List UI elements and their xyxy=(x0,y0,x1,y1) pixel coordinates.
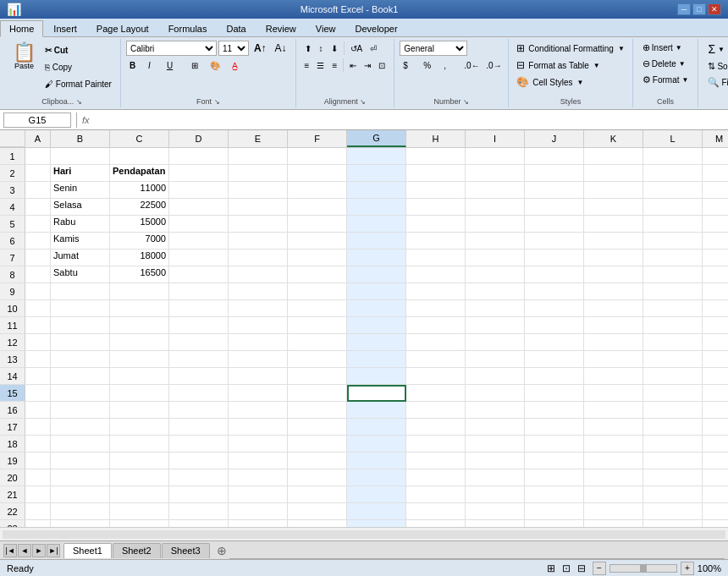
sheet-nav-prev[interactable]: ◄ xyxy=(18,544,31,557)
list-item[interactable] xyxy=(466,368,525,385)
list-item[interactable] xyxy=(347,266,406,283)
percent-button[interactable]: % xyxy=(420,58,438,73)
list-item[interactable] xyxy=(643,486,703,503)
list-item[interactable] xyxy=(525,503,584,520)
list-item[interactable] xyxy=(703,368,728,385)
list-item[interactable] xyxy=(347,402,406,419)
list-item[interactable] xyxy=(584,317,643,334)
list-item[interactable] xyxy=(25,385,51,402)
list-item[interactable] xyxy=(703,334,728,351)
list-item[interactable] xyxy=(406,334,466,351)
list-item[interactable] xyxy=(466,148,525,165)
list-item[interactable] xyxy=(288,385,347,402)
wrap-text-button[interactable]: ⏎ xyxy=(367,41,380,56)
list-item[interactable] xyxy=(347,317,406,334)
font-grow-button[interactable]: A↑ xyxy=(251,41,270,56)
row-number-12[interactable]: 12 xyxy=(0,334,25,351)
list-item[interactable] xyxy=(584,503,643,520)
list-item[interactable] xyxy=(51,385,110,402)
list-item[interactable] xyxy=(466,402,525,419)
list-item[interactable] xyxy=(169,216,229,233)
list-item[interactable] xyxy=(288,266,347,283)
list-item[interactable] xyxy=(51,351,110,368)
list-item[interactable] xyxy=(643,469,703,486)
list-item[interactable] xyxy=(288,402,347,419)
list-item[interactable]: 22500 xyxy=(110,199,169,216)
list-item[interactable] xyxy=(51,317,110,334)
list-item[interactable] xyxy=(406,148,466,165)
list-item[interactable] xyxy=(25,368,51,385)
merge-center-button[interactable]: ⊡ xyxy=(375,58,389,73)
list-item[interactable] xyxy=(347,453,406,469)
list-item[interactable] xyxy=(25,250,51,266)
list-item[interactable] xyxy=(169,402,229,419)
list-item[interactable] xyxy=(347,182,406,199)
list-item[interactable] xyxy=(288,216,347,233)
list-item[interactable] xyxy=(525,469,584,486)
list-item[interactable] xyxy=(406,486,466,503)
col-header-j[interactable]: J xyxy=(525,130,584,147)
list-item[interactable] xyxy=(288,317,347,334)
list-item[interactable] xyxy=(25,436,51,453)
decrease-decimal-button[interactable]: .0← xyxy=(461,58,481,73)
list-item[interactable] xyxy=(584,233,643,250)
list-item[interactable] xyxy=(406,402,466,419)
tab-developer[interactable]: Developer xyxy=(345,20,406,36)
col-header-e[interactable]: E xyxy=(229,130,288,147)
list-item[interactable] xyxy=(51,503,110,520)
list-item[interactable] xyxy=(110,351,169,368)
list-item[interactable] xyxy=(466,520,525,527)
list-item[interactable] xyxy=(584,351,643,368)
list-item[interactable] xyxy=(643,453,703,469)
sort-filter-button[interactable]: ⇅ Sort & ▼ xyxy=(703,59,728,74)
list-item[interactable] xyxy=(229,233,288,250)
align-bottom-button[interactable]: ⬇ xyxy=(328,41,341,56)
list-item[interactable] xyxy=(25,503,51,520)
list-item[interactable] xyxy=(229,419,288,436)
list-item[interactable] xyxy=(169,182,229,199)
list-item[interactable] xyxy=(703,199,728,216)
list-item[interactable] xyxy=(406,250,466,266)
list-item[interactable] xyxy=(51,486,110,503)
list-item[interactable] xyxy=(25,266,51,283)
list-item[interactable] xyxy=(466,233,525,250)
list-item[interactable] xyxy=(51,334,110,351)
list-item[interactable] xyxy=(288,182,347,199)
list-item[interactable] xyxy=(703,266,728,283)
list-item[interactable] xyxy=(25,199,51,216)
list-item[interactable] xyxy=(229,385,288,402)
list-item[interactable] xyxy=(51,469,110,486)
list-item[interactable] xyxy=(584,182,643,199)
row-number-23[interactable]: 23 xyxy=(0,520,25,527)
row-number-20[interactable]: 20 xyxy=(0,469,25,486)
list-item[interactable] xyxy=(288,165,347,182)
list-item[interactable] xyxy=(288,250,347,266)
list-item[interactable] xyxy=(703,250,728,266)
list-item[interactable] xyxy=(584,216,643,233)
sheet-nav-next[interactable]: ► xyxy=(32,544,46,557)
list-item[interactable]: Kamis xyxy=(51,233,110,250)
list-item[interactable] xyxy=(229,368,288,385)
list-item[interactable] xyxy=(584,199,643,216)
list-item[interactable] xyxy=(406,419,466,436)
list-item[interactable] xyxy=(643,317,703,334)
row-number-13[interactable]: 13 xyxy=(0,351,25,368)
conditional-formatting-button[interactable]: ⊞ Conditional Formatting ▼ xyxy=(514,41,627,56)
list-item[interactable] xyxy=(229,351,288,368)
list-item[interactable] xyxy=(169,520,229,527)
list-item[interactable] xyxy=(643,402,703,419)
list-item[interactable] xyxy=(525,250,584,266)
list-item[interactable] xyxy=(584,453,643,469)
align-center-button[interactable]: ☰ xyxy=(313,58,328,73)
list-item[interactable] xyxy=(51,148,110,165)
list-item[interactable] xyxy=(229,520,288,527)
list-item[interactable] xyxy=(229,334,288,351)
list-item[interactable] xyxy=(525,317,584,334)
list-item[interactable] xyxy=(466,385,525,402)
list-item[interactable] xyxy=(466,334,525,351)
list-item[interactable] xyxy=(25,233,51,250)
list-item[interactable] xyxy=(643,520,703,527)
list-item[interactable] xyxy=(169,300,229,317)
list-item[interactable] xyxy=(25,283,51,300)
list-item[interactable] xyxy=(406,216,466,233)
